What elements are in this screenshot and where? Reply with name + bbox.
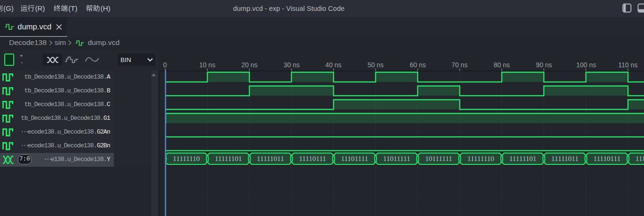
svg-text:10111111: 10111111 <box>425 155 452 162</box>
svg-text:11111110: 11111110 <box>173 155 200 162</box>
svg-text:11111101: 11111101 <box>509 155 536 162</box>
svg-text:11111110: 11111110 <box>467 155 494 162</box>
svg-text:11110111: 11110111 <box>299 155 326 162</box>
svg-text:11101111: 11101111 <box>341 155 368 162</box>
svg-text:11011111: 11011111 <box>383 155 410 162</box>
svg-text:11111101: 11111101 <box>215 155 242 162</box>
svg-text:11101111: 11101111 <box>635 155 644 162</box>
svg-text:11111011: 11111011 <box>257 155 284 162</box>
svg-text:11111011: 11111011 <box>552 155 579 162</box>
svg-text:11110111: 11110111 <box>593 155 620 162</box>
